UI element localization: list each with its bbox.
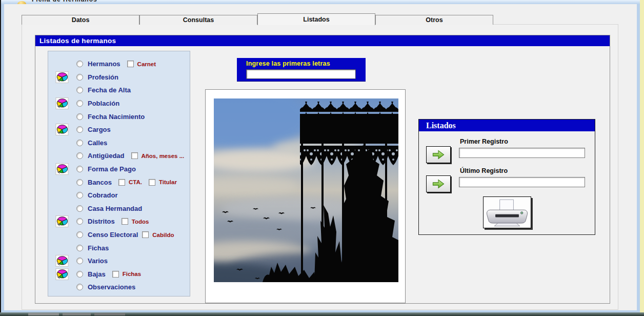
radio-bancos[interactable] xyxy=(76,179,83,186)
option-row-observaciones: Observaciones xyxy=(48,281,190,294)
tab-label: Datos xyxy=(72,16,90,24)
option-label: Forma de Pago xyxy=(88,165,136,173)
radio-hermanos[interactable] xyxy=(76,61,83,67)
option-label: Fecha de Alta xyxy=(88,86,131,94)
option-row-distritos: Distritos Todos xyxy=(48,215,190,228)
tab-otros[interactable]: Otros xyxy=(375,15,493,25)
screen: Ficha de Hermanos Datos Consultas Listad… xyxy=(0,0,644,316)
option-label: Fichas xyxy=(88,244,109,252)
option-label: Varios xyxy=(88,257,108,265)
radio-forma-de-pago[interactable] xyxy=(76,166,83,172)
option-row-fecha-alta: Fecha de Alta xyxy=(48,84,190,97)
app-icon xyxy=(17,1,26,4)
radio-fichas[interactable] xyxy=(76,245,83,251)
checkbox-carnet[interactable] xyxy=(127,61,134,67)
tab-label: Listados xyxy=(303,16,329,23)
pie-chart-icon xyxy=(55,255,69,267)
checkbox-titular[interactable] xyxy=(149,179,155,186)
radio-cargos[interactable] xyxy=(76,126,83,133)
radio-antiguedad[interactable] xyxy=(76,152,83,159)
green-arrow-icon xyxy=(432,179,445,189)
ultimo-registro-label: Último Registro xyxy=(460,167,508,174)
option-label: Hermanos xyxy=(88,60,120,68)
option-row-censo-electoral: Censo Electoral Cabildo xyxy=(48,228,190,242)
option-row-cobrador: Cobrador xyxy=(48,189,190,202)
listados-panel-title: Listados xyxy=(426,121,456,130)
radio-cobrador[interactable] xyxy=(76,192,83,199)
radio-varios[interactable] xyxy=(76,258,83,264)
radio-calles[interactable] xyxy=(76,140,83,146)
primer-registro-input[interactable] xyxy=(459,148,585,158)
report-options-panel: Hermanos Carnet Profesión Fecha de Alta … xyxy=(48,51,190,297)
option-label: Antigüedad xyxy=(88,152,125,160)
ultimo-registro-input[interactable] xyxy=(459,177,585,187)
option-label: Profesión xyxy=(88,73,118,81)
checkbox-cabildo[interactable] xyxy=(142,231,149,238)
taskbar-button xyxy=(63,313,91,315)
option-row-profesion: Profesión xyxy=(48,71,190,84)
first-letters-label: Ingrese las primeras letras xyxy=(246,60,330,67)
pie-chart-icon xyxy=(55,268,69,280)
group-header: Listados de hermanos xyxy=(35,35,610,46)
option-row-cargos: Cargos xyxy=(48,123,190,136)
primer-registro-label: Primer Registro xyxy=(460,138,508,145)
photo-frame xyxy=(205,89,406,303)
checkbox-anos-meses[interactable] xyxy=(131,152,138,159)
radio-distritos[interactable] xyxy=(76,218,83,225)
checkbox-label: CTA. xyxy=(129,179,142,185)
option-label: Calles xyxy=(88,139,107,147)
tab-label: Otros xyxy=(426,16,442,24)
option-label: Población xyxy=(88,100,119,107)
option-row-forma-de-pago: Forma de Pago xyxy=(48,163,190,176)
radio-observaciones[interactable] xyxy=(76,284,83,290)
first-letters-box: Ingrese las primeras letras xyxy=(237,58,366,81)
radio-censo-electoral[interactable] xyxy=(76,231,83,238)
checkbox-label: Titular xyxy=(159,179,177,185)
option-label: Fecha Nacimiento xyxy=(88,113,145,121)
option-row-varios: Varios xyxy=(48,254,190,268)
checkbox-label: Fichas xyxy=(123,271,141,277)
option-label: Observaciones xyxy=(88,283,135,291)
window-titlebar[interactable]: Ficha de Hermanos xyxy=(1,0,640,4)
option-row-poblacion: Población xyxy=(48,97,190,110)
option-row-hermanos: Hermanos Carnet xyxy=(48,57,190,71)
radio-casa-hermandad[interactable] xyxy=(76,205,83,212)
window-title: Ficha de Hermanos xyxy=(32,0,97,4)
option-label: Censo Electoral xyxy=(88,231,138,239)
pie-chart-icon xyxy=(55,97,69,109)
option-row-bancos: Bancos CTA. Titular xyxy=(48,175,190,189)
checkbox-fichas-bajas[interactable] xyxy=(112,271,119,278)
radio-profesion[interactable] xyxy=(76,74,83,81)
option-label: Bajas xyxy=(88,270,106,278)
option-label: Casa Hermandad xyxy=(88,205,142,212)
tab-listados[interactable]: Listados xyxy=(257,13,375,25)
radio-fecha-nacimiento[interactable] xyxy=(76,113,83,120)
option-row-antiguedad: Antigüedad Años, meses ... xyxy=(48,149,190,163)
listados-panel: Listados Primer Registro Último Registro xyxy=(418,119,595,235)
tab-datos[interactable]: Datos xyxy=(22,15,139,25)
radio-fecha-de-alta[interactable] xyxy=(76,87,83,93)
checkbox-cta[interactable] xyxy=(118,179,125,186)
pie-chart-icon xyxy=(55,215,69,227)
go-ultimo-registro-button[interactable] xyxy=(426,175,451,192)
checkbox-todos[interactable] xyxy=(122,218,128,225)
radio-bajas[interactable] xyxy=(76,271,83,278)
checkbox-label: Carnet xyxy=(137,61,156,67)
taskbar-button xyxy=(94,313,125,315)
printer-icon xyxy=(485,198,529,227)
pie-chart-icon xyxy=(55,71,69,83)
first-letters-input[interactable] xyxy=(246,69,356,79)
radio-poblacion[interactable] xyxy=(76,100,83,107)
tab-consultas[interactable]: Consultas xyxy=(139,15,257,25)
desktop-background-strip xyxy=(640,0,644,316)
option-label: Distritos xyxy=(88,218,115,225)
pie-chart-icon xyxy=(55,163,69,175)
option-label: Bancos xyxy=(88,179,112,186)
green-arrow-icon xyxy=(432,150,445,160)
print-button[interactable] xyxy=(483,196,531,228)
tab-label: Consultas xyxy=(183,16,214,24)
checkbox-label: Años, meses ... xyxy=(142,153,185,159)
option-row-bajas: Bajas Fichas xyxy=(48,268,190,281)
option-label: Cobrador xyxy=(88,191,118,199)
go-primer-registro-button[interactable] xyxy=(426,146,451,163)
